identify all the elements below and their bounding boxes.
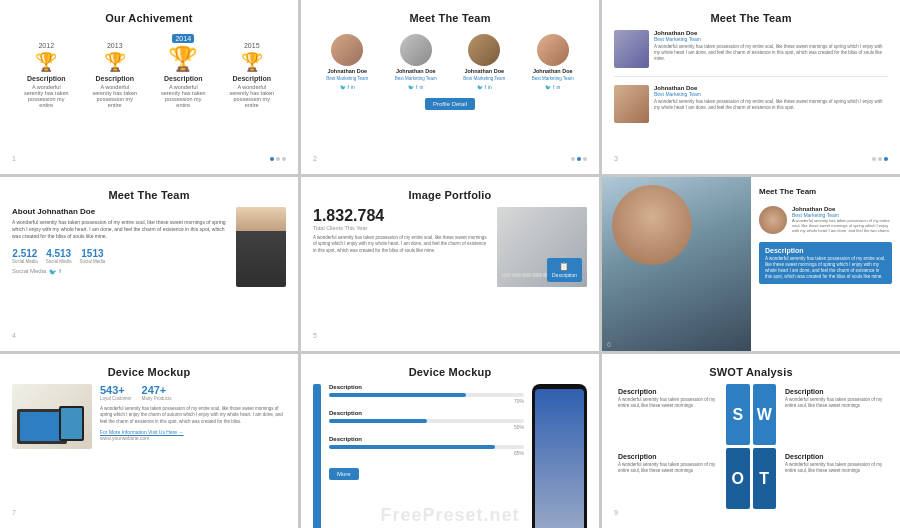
slide-2-title: Meet The Team xyxy=(313,12,587,24)
member-name-2: Johnathan Doe xyxy=(396,68,436,74)
mockup-stats: 543+ Loyal Customer 247+ Many Products xyxy=(100,384,286,401)
slide-2-footer: 2 xyxy=(313,155,587,162)
slide-2-num: 2 xyxy=(313,155,317,162)
slide-5-title: Image Portfolio xyxy=(313,189,587,201)
slide-6-title: Meet The Team xyxy=(759,187,892,196)
phone-mockup xyxy=(532,384,587,528)
swot-t: T xyxy=(753,448,777,509)
ach-desc-4: A wonderful serenity has taken possessio… xyxy=(229,84,274,108)
member-icons-2: 🐦 f in xyxy=(408,84,423,90)
team-large-photo xyxy=(236,207,286,287)
badge-label: Description xyxy=(552,272,577,278)
member-name-4: Johnathan Doe xyxy=(533,68,573,74)
slide-meet-team-1: Meet The Team Johnathan Doe Best Marketi… xyxy=(301,0,599,174)
social-row-label: Social Media xyxy=(12,268,46,275)
member-photo-1 xyxy=(331,34,363,66)
stat-num-2: 4.513 xyxy=(46,248,72,259)
slide-3-footer: 3 xyxy=(614,155,888,162)
mockup-stat-label-1: Loyal Customer xyxy=(100,396,132,401)
mockup-image xyxy=(12,384,92,449)
mockup-email: www.yourwebsite.com xyxy=(100,435,286,441)
portfolio-content: 1.832.784 Total Clients This Year A wond… xyxy=(313,207,587,332)
slide-meet-team-2: Meet The Team Johnathan Doe Best Marketi… xyxy=(602,0,900,174)
team-large-name: About Johnathan Doe xyxy=(12,207,228,216)
team-desc-1: A wonderful serenity has taken possessio… xyxy=(654,44,888,62)
overlay-item-1: Johnathan Doe Best Marketing Team A wond… xyxy=(759,206,892,234)
mockup-stat-2: 247+ Many Products xyxy=(142,384,172,401)
ach-desc-1: A wonderful serenity has taken possessio… xyxy=(24,84,69,108)
ach-item-1: 2012 🏆 Description A wonderful serenity … xyxy=(24,42,69,108)
swot-desc-text-2: A wonderful serenity has taken possessio… xyxy=(785,397,884,409)
trophy-icon-4: 🏆 xyxy=(241,51,263,73)
slide-4-title: Meet The Team xyxy=(12,189,286,201)
member-photo-4 xyxy=(537,34,569,66)
slide-7-num: 7 xyxy=(12,509,16,516)
member-role-3: Best Marketing Team xyxy=(463,76,505,81)
team-large-photo-wrap xyxy=(236,207,286,287)
slide-9-num: 9 xyxy=(614,509,618,516)
swot-letters-col: S W O T xyxy=(726,384,776,509)
member-role-4: Best Marketing Team xyxy=(532,76,574,81)
slide-4-footer: 4 xyxy=(12,332,286,339)
slide-3-num: 3 xyxy=(614,155,618,162)
bar-pct-3: 85% xyxy=(329,450,524,456)
member-photo-3 xyxy=(468,34,500,66)
team-info-1: Johnathan Doe Best Marketing Team A wond… xyxy=(654,30,888,62)
footer-dots-3 xyxy=(872,157,888,161)
blue-bar: Design Implementation xyxy=(313,384,321,528)
swot-desc-title-2: Description xyxy=(785,388,884,395)
stat-num-1: 2.512 xyxy=(12,248,38,259)
desc-box-title: Description xyxy=(765,247,886,254)
member-photo-2 xyxy=(400,34,432,66)
bar-fill-1 xyxy=(329,393,466,397)
fb-icon-3: f xyxy=(485,84,486,90)
stat-label-2: Social Media xyxy=(46,259,72,264)
slide-meet-team-photo: Meet The Team Johnathan Doe Best Marketi… xyxy=(602,177,900,351)
swot-s: S xyxy=(726,384,750,445)
swot-desc-4: Description A wonderful serenity has tak… xyxy=(781,449,888,509)
swot-o: O xyxy=(726,448,750,509)
slide-1-footer: 1 xyxy=(12,155,286,162)
swot-col-left: Description A wonderful serenity has tak… xyxy=(614,384,721,509)
mockup2-label-3: Description xyxy=(329,436,524,442)
swot-bottom-row: O T xyxy=(726,448,776,509)
ach-desc-title-3: Description xyxy=(164,75,203,82)
twitter-icon-3: 🐦 xyxy=(477,84,483,90)
team-photo-rect-1 xyxy=(614,30,649,68)
mockup-content: 543+ Loyal Customer 247+ Many Products A… xyxy=(12,384,286,449)
team-role-2: Best Marketing Team xyxy=(654,91,888,97)
member-icons-4: 🐦 f in xyxy=(545,84,560,90)
member-name-1: Johnathan Doe xyxy=(327,68,367,74)
slide-portfolio: Image Portfolio 1.832.784 Total Clients … xyxy=(301,177,599,351)
team-photo-rect-2 xyxy=(614,85,649,123)
team-role-1: Best Marketing Team xyxy=(654,36,888,42)
ig-icon-4: in xyxy=(556,84,560,90)
stat-2: 4.513 Social Media xyxy=(46,248,72,264)
overlay-desc-1: A wonderful serenity has taken possessio… xyxy=(792,218,892,234)
mockup2-layout: Design Implementation Description 70% De… xyxy=(313,384,587,528)
slide-mockup-1: Device Mockup 543+ Loyal Customer 247+ M… xyxy=(0,354,298,528)
more-button[interactable]: More xyxy=(329,468,359,480)
swot-desc-title-1: Description xyxy=(618,388,717,395)
team-large-layout: About Johnathan Doe A wonderful serenity… xyxy=(12,207,286,287)
footer-dots xyxy=(270,157,286,161)
ach-desc-title-4: Description xyxy=(232,75,271,82)
overlay-photo-1 xyxy=(759,206,787,234)
team-member-3: Johnathan Doe Best Marketing Team 🐦 f in xyxy=(463,34,505,90)
mockup2-content: Description 70% Description 50% Descript… xyxy=(329,384,524,528)
slide-7-footer: 7 xyxy=(12,509,286,516)
stat-label-3: Social Media xyxy=(80,259,106,264)
social-fb: f xyxy=(59,268,61,275)
member-icons-1: 🐦 f in xyxy=(340,84,355,90)
trophy-icon-2: 🏆 xyxy=(104,51,126,73)
mockup-stat-num-1: 543+ xyxy=(100,384,132,396)
divider-1 xyxy=(614,76,888,77)
ach-item-4: 2015 🏆 Description A wonderful serenity … xyxy=(229,42,274,108)
phone-screen xyxy=(535,389,584,528)
team-row-2: Johnathan Doe Best Marketing Team A wond… xyxy=(614,85,888,123)
slide-swot: SWOT Analysis Description A wonderful se… xyxy=(602,354,900,528)
profile-detail-button[interactable]: Profile Detail xyxy=(425,98,475,110)
team-right-layout: Johnathan Doe Best Marketing Team A wond… xyxy=(614,30,888,123)
mockup-stat-1: 543+ Loyal Customer xyxy=(100,384,132,401)
mockup-right: 543+ Loyal Customer 247+ Many Products A… xyxy=(100,384,286,449)
